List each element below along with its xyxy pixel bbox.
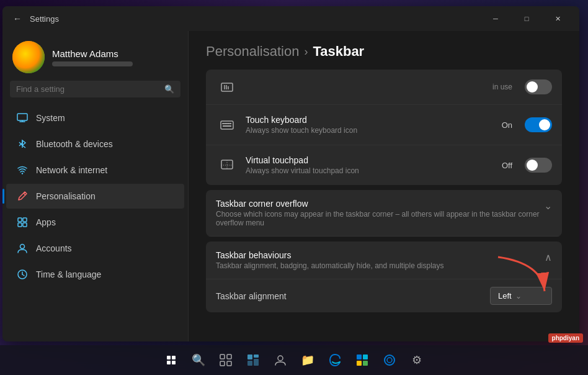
svg-rect-43 [357,355,362,359]
svg-rect-45 [357,361,362,366]
system-icon [16,112,29,124]
window-controls: ─ □ ✕ [481,9,572,29]
taskbar: 🔍 📁 [0,345,588,375]
maximize-button[interactable]: □ [512,9,541,29]
user-profile[interactable]: Matthew Adams [2,31,188,81]
svg-point-10 [20,245,25,249]
svg-rect-26 [226,123,228,124]
task-view-button[interactable] [213,348,238,373]
cortana-button[interactable] [377,348,402,373]
virtual-touchpad-toggle[interactable] [525,158,552,173]
alignment-row: Taskbar alignment Left ⌄ [206,279,562,312]
settings-taskbar-button[interactable]: ⚙ [404,348,429,373]
partial-card: in use [206,70,562,185]
corner-overflow-card: Taskbar corner overflow Choose which ico… [206,190,562,237]
edge-button[interactable] [323,348,347,373]
taskbar-search-button[interactable]: 🔍 [186,348,211,373]
settings-window: ← Settings ─ □ ✕ Matthew Adams [2,6,579,341]
corner-overflow-desc: Choose which icons may appear in the tas… [216,210,544,227]
svg-rect-46 [363,361,368,366]
touch-keyboard-row: Touch keyboard Always show touch keyboar… [206,105,562,145]
sidebar-item-accounts[interactable]: Accounts [6,236,184,261]
titlebar: ← Settings ─ □ ✕ [2,6,579,31]
search-box[interactable]: 🔍 [10,81,180,97]
store-button[interactable] [350,348,375,373]
virtual-touchpad-row: Virtual touchpad Always show virtual tou… [206,145,562,185]
dropdown-chevron: ⌄ [515,292,522,300]
start-button[interactable] [159,348,184,373]
time-label: Time & language [36,269,101,279]
file-explorer-button[interactable]: 📁 [295,348,320,373]
virtual-touchpad-icon [216,154,238,176]
sidebar-item-personalisation[interactable]: Personalisation [6,184,184,209]
search-input[interactable] [16,84,159,94]
svg-point-47 [385,355,394,365]
taskbar-behaviours-chevron: ∧ [545,251,552,263]
svg-rect-34 [220,355,225,359]
back-button[interactable]: ← [10,11,25,26]
svg-rect-35 [227,355,231,359]
alignment-dropdown[interactable]: Left ⌄ [490,287,552,305]
taskbar-center: 🔍 📁 [159,348,429,373]
widgets-button[interactable] [241,348,265,373]
touch-keyboard-toggle[interactable] [525,117,552,132]
alignment-label: Taskbar alignment [216,291,490,301]
svg-rect-14 [221,83,233,91]
svg-rect-39 [254,355,259,358]
close-button[interactable]: ✕ [543,9,572,29]
search-icon: 🔍 [164,84,174,94]
chat-button[interactable] [268,348,293,373]
sidebar-item-bluetooth[interactable]: Bluetooth & devices [6,132,184,156]
minimize-button[interactable]: ─ [481,9,510,29]
time-icon [16,268,29,281]
window-content: Matthew Adams 🔍 System [2,31,579,341]
sidebar-item-system[interactable]: System [6,106,184,130]
corner-overflow-chevron: ⌄ [544,200,552,212]
svg-rect-6 [18,218,22,222]
taskbar-behaviours-content: Taskbar alignment Left ⌄ [206,279,562,312]
svg-rect-8 [18,223,22,227]
corner-overflow-title: Taskbar corner overflow [216,199,544,209]
virtual-touchpad-text: Virtual touchpad Always show virtual tou… [246,155,494,175]
svg-line-13 [22,274,24,276]
bluetooth-icon [16,138,29,150]
partial-toggle[interactable] [525,79,552,94]
alignment-value: Left [498,291,512,300]
svg-point-4 [22,173,23,174]
personalisation-label: Personalisation [36,191,96,201]
svg-rect-44 [363,355,368,359]
accounts-icon [16,242,29,255]
svg-rect-36 [220,361,225,366]
sidebar-item-network[interactable]: Network & internet [6,158,184,183]
corner-overflow-header[interactable]: Taskbar corner overflow Choose which ico… [206,190,562,237]
avatar [12,41,45,73]
system-label: System [36,113,65,123]
window-title: Settings [30,14,481,24]
breadcrumb-chevron: › [304,45,308,58]
breadcrumb: Personalisation › Taskbar [206,43,562,60]
sidebar: Matthew Adams 🔍 System [2,31,189,341]
sidebar-item-apps[interactable]: Apps [6,210,184,235]
main-content: Personalisation › Taskbar [189,31,579,341]
touch-keyboard-title: Touch keyboard [246,115,494,125]
svg-rect-27 [228,123,229,124]
settings-scroll: in use [189,65,579,341]
svg-rect-41 [247,361,252,366]
accounts-label: Accounts [36,243,72,253]
network-icon [16,164,29,176]
taskbar-behaviours-header[interactable]: Taskbar behaviours Taskbar alignment, ba… [206,242,562,279]
watermark: phpdiyan [548,333,583,343]
touch-keyboard-desc: Always show touch keyboard icon [246,126,494,135]
svg-rect-40 [254,359,259,366]
apps-icon [16,216,29,228]
in-use-label: in use [492,83,512,91]
sidebar-item-time[interactable]: Time & language [6,262,184,287]
svg-rect-18 [221,121,233,129]
breadcrumb-parent: Personalisation [206,43,299,60]
virtual-touchpad-desc: Always show virtual touchpad icon [246,166,494,175]
svg-rect-7 [23,218,27,222]
svg-rect-37 [227,361,231,366]
svg-rect-38 [247,355,252,359]
apps-label: Apps [36,217,56,227]
virtual-touchpad-state: Off [502,161,512,170]
